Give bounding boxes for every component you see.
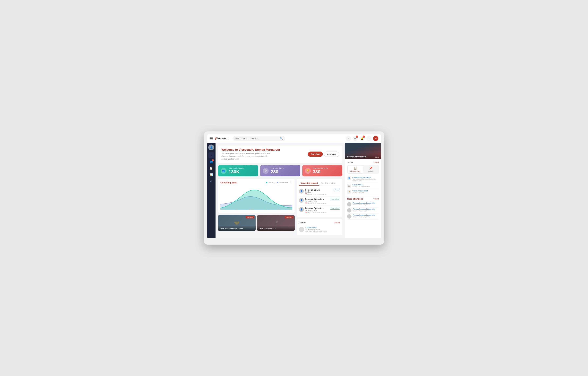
rp-attentions-view-all[interactable]: View all	[373, 198, 379, 200]
grid-icon[interactable]: ⊞ 1	[353, 136, 358, 141]
sidebar-item-coaching[interactable]: 📋	[208, 166, 214, 171]
request-meta-2: 📅 Sep 29, 2019 ⏱ 90 minutes	[305, 203, 340, 204]
att-avatar-2	[347, 208, 351, 212]
tab-upcoming[interactable]: Upcoming request	[299, 181, 319, 186]
hours-icon: ⏱	[263, 168, 269, 174]
right-col: Upcoming request Pending request 👤 Perso…	[297, 179, 342, 235]
tab-all-tasks[interactable]: 📋 All open tasks	[348, 166, 363, 173]
rp-about-link[interactable]: about	[375, 156, 379, 158]
svg-text:Apr-Jun: Apr-Jun	[248, 208, 253, 210]
task-icon-3: 📝	[347, 190, 351, 194]
add-button[interactable]: +	[373, 136, 378, 141]
rp-attentions-title: Need attentions	[347, 198, 363, 200]
task-title-2[interactable]: Client name	[352, 184, 370, 186]
request-title-1: Personal Space	[305, 189, 320, 191]
assessment-legend-label: Assessment	[279, 182, 288, 183]
clients-view-all[interactable]: View all	[334, 222, 340, 224]
chart-title: Coaching Stats	[220, 181, 237, 184]
clients-value: 130K	[229, 169, 244, 174]
att-avatar-1	[347, 202, 351, 207]
monitor-icon[interactable]: 🖥	[346, 136, 351, 141]
clients-label: Total Clients (current)	[229, 167, 244, 169]
welcome-heading: Welcome to Visecoach, Brenda Margareta	[221, 148, 280, 152]
rp-hero: Brenda Margareeta about	[345, 143, 381, 159]
welcome-section: Welcome to Visecoach, Brenda Margareta Y…	[218, 146, 342, 163]
request-title-3: Personal Space to ...	[305, 207, 324, 209]
clients-section-header: Clients View all	[299, 221, 340, 224]
rating-label: Total coaching rating	[313, 167, 328, 169]
logo-text: isecoach	[217, 137, 228, 140]
attention-item-2: Personal coach of coach title Missed not…	[347, 208, 379, 213]
task-icon-2: 📋	[347, 184, 351, 188]
sidebar-item-clients[interactable]: 👥 2	[208, 159, 214, 165]
tab-pending[interactable]: Pending request	[319, 181, 337, 186]
task-title-1[interactable]: Complete your profile	[352, 176, 379, 178]
task-content-3: Client assignment 24 Sept - 26 Sept	[352, 190, 368, 193]
goal-card-1[interactable]: 🤝 Corporate Goal - Leadership Outcome	[218, 215, 256, 231]
search-input[interactable]	[235, 137, 279, 140]
attention-item-3: Personal coach of coach title Missed not…	[347, 213, 379, 219]
rp-tasks-view-all[interactable]: View all	[373, 162, 379, 163]
sidebar-item-settings[interactable]: ⚙	[208, 178, 214, 184]
add-client-button[interactable]: Add client	[308, 152, 323, 157]
rating-info: Total coaching rating 330	[313, 167, 328, 174]
stats-row: 👥 Total Clients (current) 130K ⏱ Total c…	[218, 165, 342, 176]
svg-text:Jan-Feb: Jan-Feb	[220, 208, 226, 210]
right-panel: Brenda Margareeta about Tasks View all 📋	[345, 143, 381, 238]
logo-v: V	[215, 136, 217, 141]
svg-text:Mar: Mar	[235, 208, 237, 210]
main-layout: 👤 ⌂ 👥 2 📋 📊 ⚙ Welcome to Visecoach, Bren…	[207, 143, 381, 238]
bell-icon[interactable]: 🔔 3	[359, 136, 365, 141]
bell-badge: 3	[363, 136, 365, 138]
sidebar-badge: 2	[212, 159, 214, 161]
client-name-1[interactable]: Client name	[305, 226, 340, 229]
task-desc-1: Your coach profile not complete yet, com…	[352, 178, 379, 182]
search-bar[interactable]: 🔍	[233, 136, 285, 141]
svg-text:Jul: Jul	[265, 208, 267, 210]
goal-card-2[interactable]: 🎤 Corporate Goal - Leadership 2	[257, 215, 295, 231]
task-title-3[interactable]: Client assignment	[352, 190, 368, 192]
rp-user-name: Brenda Margareeta	[347, 156, 367, 158]
request-subtitle-3: Sebastian Bach	[305, 209, 340, 211]
rating-value: 330	[313, 169, 328, 174]
hours-value: 230	[271, 169, 283, 174]
request-avatar-3: 👤	[299, 207, 304, 212]
goal-title-2: Goal - Leadership 2	[259, 228, 275, 230]
rp-attentions-header: Need attentions View all	[347, 198, 379, 200]
my-tasks-icon: 📌	[369, 167, 372, 170]
left-col: Coaching Stats Coaching	[218, 179, 295, 235]
chart-header: Coaching Stats Coaching	[220, 181, 292, 184]
legend-coaching: Coaching	[266, 182, 275, 183]
all-tasks-icon: 📋	[354, 167, 357, 170]
att-title-2[interactable]: Personal coach of coach title	[353, 208, 375, 210]
tab-my-tasks[interactable]: 📌 My tasks	[364, 166, 378, 173]
stat-total-rating: 🏆 Total coaching rating 330	[302, 165, 342, 176]
help-icon[interactable]: ?	[366, 136, 371, 141]
grid-badge: 1	[356, 136, 358, 138]
att-title-3[interactable]: Personal coach of coach title	[353, 214, 375, 216]
sidebar-item-reports[interactable]: 📊	[208, 172, 214, 178]
goal-badge-1: Corporate	[246, 216, 254, 219]
sidebar-item-home[interactable]: ⌂	[208, 152, 214, 158]
screen: Visecoach 🔍 🖥 ⊞ 1 🔔 3 ? +	[207, 134, 381, 238]
rp-divider	[347, 196, 379, 196]
att-title-1[interactable]: Personal coach of coach title	[353, 202, 375, 204]
coaching-chart: Jan-Feb Mar Apr-Jun Jul Sep Oct-Dec	[220, 185, 292, 210]
avatar: 👤	[208, 145, 214, 150]
att-desc-3: Missed note of complettion	[353, 216, 375, 218]
sidebar: 👤 ⌂ 👥 2 📋 📊 ⚙	[207, 143, 216, 238]
hamburger-menu[interactable]	[210, 137, 213, 139]
request-avatar-1: 👤	[299, 189, 304, 194]
svg-text:Oct-Dec: Oct-Dec	[287, 208, 292, 210]
requests-tab-row: Upcoming request Pending request	[299, 181, 340, 186]
welcome-prefix: Welcome to	[221, 148, 239, 151]
request-item-2: 👤 Personal Space to ... Face to face Seb…	[299, 197, 340, 206]
coaching-dot	[266, 182, 267, 183]
welcome-description: You can explore coach events, contribute…	[221, 152, 274, 160]
request-title-2: Personal Space to ...	[305, 198, 324, 200]
client-item-1: Client name PT. Company name Last login:…	[299, 225, 340, 233]
goal-overlay-1: Goal - Leadership Outcome	[218, 226, 256, 231]
chart-more-icon[interactable]: ⋮	[290, 181, 292, 184]
view-guide-button[interactable]: View guide	[324, 152, 339, 157]
att-content-2: Personal coach of coach title Missed not…	[353, 208, 375, 212]
